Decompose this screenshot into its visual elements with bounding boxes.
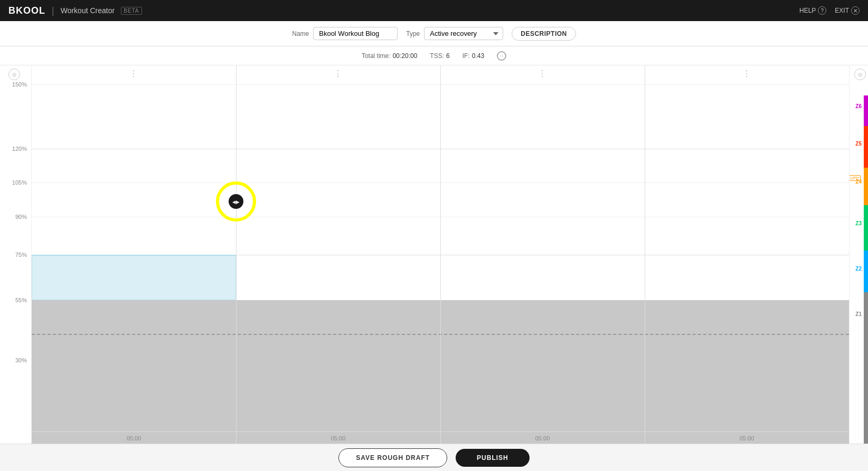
type-select[interactable]: Active recovery Endurance Tempo Threshol… [424,27,503,40]
publish-button[interactable]: PUBLISH [456,449,530,467]
type-field-group: Type Active recovery Endurance Tempo Thr… [406,27,503,40]
y-label-120: 120% [12,146,27,152]
segment-2-menu[interactable]: ⋮ [334,69,343,79]
y-label-75: 75% [15,252,27,258]
exit-button[interactable]: EXIT ✕ [835,6,860,15]
chart-container: ⊙ 150% 120% 105% 90% 75% 55% 30% ⋮ [0,65,868,444]
y-label-90: 90% [15,214,27,220]
header-separator: | [52,5,54,16]
x-label-3: 05:00 [535,435,550,441]
segment-4-menu[interactable]: ⋮ [742,69,751,79]
total-time-value: 00:20:00 [393,52,418,60]
zone-z1-label: Z1 [855,311,862,317]
name-field-group: Name [292,27,398,40]
name-label: Name [292,30,309,37]
help-button[interactable]: HELP ? [799,6,826,15]
total-time-label: Total time: [362,52,391,60]
segment-divider-3 [645,65,645,444]
tss-stat: TSS: 6 [430,52,449,60]
tss-value: 6 [446,52,450,60]
zone-z2-label: Z2 [855,266,862,272]
zone-z2-bar [864,251,868,292]
if-stat: IF: 0.43 [463,52,484,60]
toolbar: Name Type Active recovery Endurance Temp… [0,21,868,46]
y-label-30: 30% [15,357,27,363]
zone-z1-bar [864,292,868,444]
upp-badge: UPP [849,175,861,181]
y-axis: ⊙ 150% 120% 105% 90% 75% 55% 30% [0,65,32,444]
info-icon[interactable]: ○ [497,51,506,61]
save-draft-button[interactable]: SAVE ROUGH DRAFT [338,448,447,467]
header-right: HELP ? EXIT ✕ [799,6,860,15]
zone-z5-label: Z5 [855,141,862,147]
zone-z5-bar [864,126,868,168]
chart-area: ⋮ ⋮ ⋮ ⋮ ◂▸ 05:00 05:00 05:00 05:00 [32,65,849,444]
exit-label: EXIT [835,7,849,14]
brand-logo: BKOOL [8,5,45,16]
app-header: BKOOL | Workout Creator BETA HELP ? EXIT… [0,0,868,21]
zone-z3-bar [864,205,868,251]
segment-divider-1 [236,65,237,444]
help-icon: ? [818,6,826,15]
y-label-105: 105% [12,179,27,186]
zone-z4-bar [864,168,868,206]
resize-handle-inner: ◂▸ [229,194,243,209]
exit-icon: ✕ [851,6,860,15]
if-value: 0.43 [472,52,484,60]
segment-1-menu[interactable]: ⋮ [129,69,138,79]
resize-handle[interactable]: ◂▸ [216,181,256,222]
type-label: Type [406,30,420,37]
segment-1-fill-corrected [32,255,236,300]
description-button[interactable]: DESCRIPTION [512,27,576,41]
x-label-1: 05:00 [127,435,141,441]
header-left: BKOOL | Workout Creator BETA [8,5,142,16]
zone-z6-label: Z6 [855,103,862,109]
y-label-55: 55% [15,297,27,303]
scroll-right-icon[interactable]: ⊙ [854,69,866,80]
bottom-bar: SAVE ROUGH DRAFT PUBLISH [0,444,868,471]
name-input[interactable] [313,27,398,40]
stats-bar: Total time: 00:20:00 TSS: 6 IF: 0.43 ○ [0,46,868,65]
zone-z3-label: Z3 [855,220,862,226]
segment-divider-2 [440,65,441,444]
app-title: Workout Creator [61,6,115,15]
x-label-2: 05:00 [331,435,346,441]
help-label: HELP [799,7,816,14]
x-label-4: 05:00 [740,435,754,441]
zone-z6-bar [864,95,868,126]
total-time-stat: Total time: 00:20:00 [362,52,417,60]
x-axis-line [32,431,849,432]
tss-label: TSS: [430,52,444,60]
scroll-left-icon[interactable]: ⊙ [8,69,20,80]
segment-3-menu[interactable]: ⋮ [538,69,547,79]
y-label-150: 150% [12,81,27,88]
if-label: IF: [463,52,470,60]
zone-bar: ⊙ Z6 Z5 Z4 UPP Z3 Z2 Z1 [849,65,868,444]
beta-badge: BETA [121,7,141,15]
